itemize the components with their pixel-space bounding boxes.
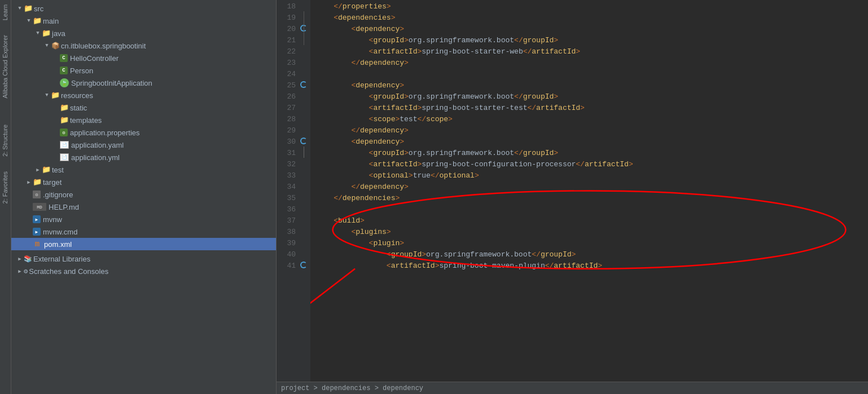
- label-app-props: application.properties: [70, 129, 140, 137]
- gutter-icon-25[interactable]: [300, 79, 307, 90]
- label-ext-libs: External Libraries: [33, 255, 90, 263]
- code-line-40: <groupId>org.springframework.boot</group…: [316, 249, 868, 260]
- code-line-20: <dependency>: [316, 24, 868, 35]
- editor-gutter: [299, 0, 310, 382]
- label-spring: SpringbootInitApplication: [71, 79, 152, 87]
- arrow-resources: [43, 91, 51, 99]
- label-templates: templates: [70, 116, 102, 125]
- code-line-41: <artifactId>spring-boot-maven-plugin</ar…: [316, 260, 868, 272]
- code-line-26: <groupId>org.springframework.boot</group…: [316, 91, 868, 103]
- gutter-icon-30[interactable]: [300, 135, 307, 147]
- tree-item-app-yaml[interactable]: 📄 application.yaml: [11, 139, 276, 151]
- tree-item-scratches[interactable]: ⚙ Scratches and Consoles: [11, 265, 276, 277]
- vtab-cloud-explorer[interactable]: Alibaba Cloud Explorer: [0, 30, 11, 103]
- label-gitignore: .gitignore: [43, 191, 73, 199]
- arrow-main: [25, 17, 33, 25]
- tree-item-hello-controller[interactable]: C HelloController: [11, 52, 276, 64]
- label-main: main: [43, 17, 59, 25]
- label-mvnw-cmd: mvnw.cmd: [43, 228, 77, 236]
- yml-badge: 📄: [60, 153, 69, 161]
- tree-item-test[interactable]: 📁 test: [11, 163, 276, 176]
- label-target: target: [43, 178, 62, 187]
- code-line-25: <dependency>: [316, 80, 868, 91]
- code-line-33: <optional>true</optional>: [316, 170, 868, 181]
- spring-badge: 🍃: [60, 78, 69, 87]
- code-line-19: <dependencies>: [316, 12, 868, 24]
- label-scratches: Scratches and Consoles: [29, 267, 108, 276]
- arrow-package: [43, 42, 51, 50]
- folder-icon-static: 📁: [60, 103, 69, 112]
- code-line-18: </properties>: [316, 1, 868, 12]
- ext-libs-icon: 📚: [24, 255, 32, 263]
- arrow-java: [34, 29, 42, 37]
- tree-item-person[interactable]: C Person: [11, 64, 276, 77]
- gutter-icon-41[interactable]: [300, 259, 307, 271]
- tree-item-spring-app[interactable]: 🍃 SpringbootInitApplication: [11, 77, 276, 89]
- vtab-learn[interactable]: Learn: [0, 0, 11, 25]
- label-static: static: [70, 104, 87, 112]
- yaml-badge: 📄: [60, 141, 69, 149]
- tree-item-pom-xml[interactable]: m pom.xml: [11, 238, 276, 250]
- left-vertical-tabs: Learn Alibaba Cloud Explorer 2: Structur…: [0, 0, 11, 394]
- label-app-yaml: application.yaml: [71, 141, 124, 149]
- tree-item-java[interactable]: 📁 java: [11, 27, 276, 39]
- folder-icon-src: 📁: [24, 4, 33, 13]
- code-line-21: <groupId>org.springframework.boot</group…: [316, 35, 868, 46]
- mvnw-badge: ▶: [33, 215, 41, 223]
- code-line-29: </dependency>: [316, 125, 868, 136]
- tree-item-app-yml[interactable]: 📄 application.yml: [11, 151, 276, 163]
- code-line-31: <groupId>org.springframework.boot</group…: [316, 148, 868, 159]
- fold-line-19: [304, 11, 304, 45]
- file-tree-sidebar: 📁 src 📁 main 📁 java 📦 cn.itbluebox.sprin…: [11, 0, 277, 394]
- tree-item-main[interactable]: 📁 main: [11, 15, 276, 27]
- folder-icon-main: 📁: [33, 16, 42, 25]
- tree-item-target[interactable]: 📁 target: [11, 176, 276, 188]
- code-line-23: </dependency>: [316, 57, 868, 69]
- label-src: src: [34, 5, 43, 13]
- label-resources: resources: [61, 91, 93, 100]
- label-mvnw: mvnw: [43, 215, 62, 224]
- label-hello: HelloController: [70, 54, 119, 63]
- class-badge-hello: C: [60, 54, 68, 62]
- label-test: test: [52, 166, 64, 174]
- vtab-structure[interactable]: 2: Structure: [0, 120, 11, 161]
- label-pom: pom.xml: [44, 240, 72, 249]
- tree-item-gitignore[interactable]: ⚙ .gitignore: [11, 188, 276, 201]
- label-app-yml: application.yml: [71, 153, 120, 162]
- arrow-test: [34, 166, 42, 174]
- code-line-24: [316, 69, 868, 80]
- breadcrumb-bar: project > dependencies > dependency: [277, 382, 868, 394]
- props-badge: ⚙: [60, 129, 68, 136]
- tree-item-help-md[interactable]: MD HELP.md: [11, 201, 276, 213]
- tree-item-app-props[interactable]: ⚙ application.properties: [11, 126, 276, 139]
- pom-badge: m: [33, 240, 42, 248]
- tree-item-ext-libs[interactable]: 📚 External Libraries: [11, 253, 276, 265]
- md-badge: MD: [33, 203, 46, 211]
- vtab-favorites[interactable]: 2: Favorites: [0, 167, 11, 208]
- git-badge: ⚙: [33, 191, 41, 198]
- tree-item-mvnw-cmd[interactable]: ▶ mvnw.cmd: [11, 225, 276, 238]
- folder-icon-templates: 📁: [60, 116, 69, 125]
- fold-line-34: [304, 147, 304, 158]
- tree-item-templates[interactable]: 📁 templates: [11, 114, 276, 126]
- tree-item-static[interactable]: 📁 static: [11, 101, 276, 114]
- label-help: HELP.md: [49, 203, 79, 211]
- code-line-32: <artifactId>spring-boot-configuration-pr…: [316, 159, 868, 170]
- tree-item-package[interactable]: 📦 cn.itbluebox.springbootinit: [11, 39, 276, 52]
- arrow-src: [16, 5, 24, 12]
- tree-item-mvnw[interactable]: ▶ mvnw: [11, 213, 276, 225]
- svg-line-1: [310, 269, 355, 325]
- breadcrumb-text: project > dependencies > dependency: [281, 384, 423, 392]
- folder-icon-test: 📁: [42, 165, 51, 174]
- tree-item-resources[interactable]: 📁 resources: [11, 89, 276, 101]
- tree-item-src[interactable]: 📁 src: [11, 2, 276, 15]
- editor-area: 18 19 20 21 22 23 24 25 26 27 28 29 30 3…: [277, 0, 868, 394]
- folder-icon-java: 📁: [42, 29, 51, 38]
- label-java: java: [52, 29, 65, 38]
- code-line-27: <artifactId>spring-boot-starter-test</ar…: [316, 103, 868, 114]
- code-line-30: <dependency>: [316, 136, 868, 148]
- line-numbers: 18 19 20 21 22 23 24 25 26 27 28 29 30 3…: [277, 0, 299, 382]
- code-line-22: <artifactId>spring-boot-starter-web</art…: [316, 46, 868, 57]
- code-content[interactable]: </properties> <dependencies> <dependency…: [310, 0, 868, 382]
- package-icon: 📦: [51, 41, 60, 50]
